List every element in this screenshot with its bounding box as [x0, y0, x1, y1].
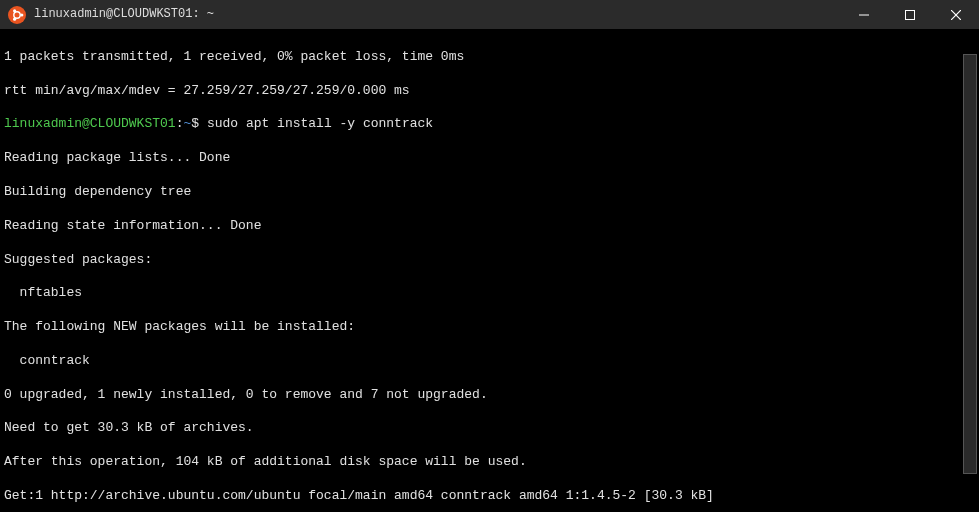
- prompt-line: linuxadmin@CLOUDWKST01:~$ sudo apt insta…: [4, 116, 975, 133]
- terminal-body[interactable]: 1 packets transmitted, 1 received, 0% pa…: [0, 30, 979, 512]
- output-line: Reading package lists... Done: [4, 150, 975, 167]
- window-controls: [841, 0, 979, 29]
- ubuntu-icon: [8, 6, 26, 24]
- output-line: 1 packets transmitted, 1 received, 0% pa…: [4, 49, 975, 66]
- svg-point-4: [13, 17, 16, 20]
- maximize-button[interactable]: [887, 0, 933, 29]
- window-titlebar: linuxadmin@CLOUDWKST01: ~: [0, 0, 979, 30]
- output-line: The following NEW packages will be insta…: [4, 319, 975, 336]
- scrollbar[interactable]: [963, 54, 977, 474]
- command-text: sudo apt install -y conntrack: [207, 116, 433, 131]
- output-line: After this operation, 104 kB of addition…: [4, 454, 975, 471]
- output-line: Need to get 30.3 kB of archives.: [4, 420, 975, 437]
- output-line: Get:1 http://archive.ubuntu.com/ubuntu f…: [4, 488, 975, 505]
- svg-point-3: [13, 9, 16, 12]
- window-title: linuxadmin@CLOUDWKST01: ~: [34, 7, 841, 23]
- output-line: Reading state information... Done: [4, 218, 975, 235]
- output-line: Building dependency tree: [4, 184, 975, 201]
- output-line: 0 upgraded, 1 newly installed, 0 to remo…: [4, 387, 975, 404]
- minimize-button[interactable]: [841, 0, 887, 29]
- output-line: Suggested packages:: [4, 252, 975, 269]
- output-line: rtt min/avg/max/mdev = 27.259/27.259/27.…: [4, 83, 975, 100]
- close-button[interactable]: [933, 0, 979, 29]
- output-line: conntrack: [4, 353, 975, 370]
- output-line: nftables: [4, 285, 975, 302]
- prompt-user: linuxadmin@CLOUDWKST01: [4, 116, 176, 131]
- svg-rect-6: [906, 10, 915, 19]
- svg-point-2: [20, 13, 23, 16]
